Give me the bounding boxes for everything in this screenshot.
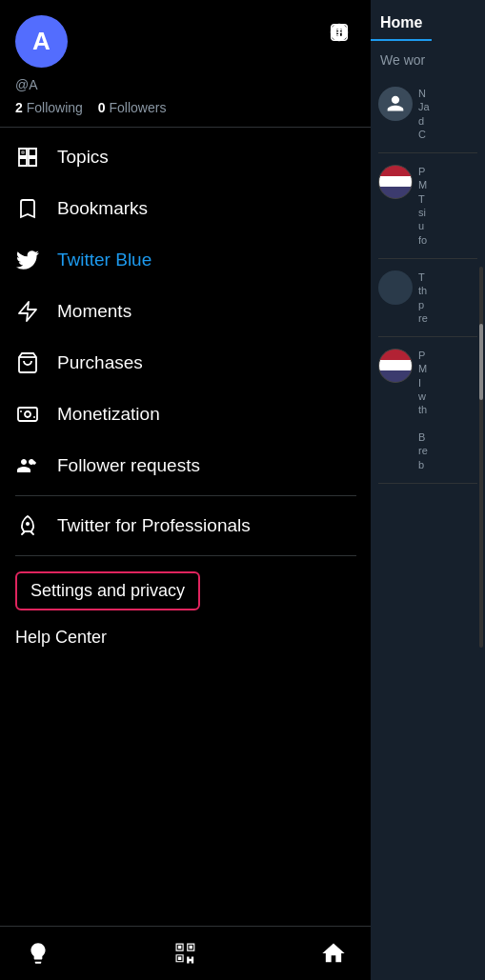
profile-section: A @A 2 Following 0 Followers: [0, 0, 372, 123]
right-panel-feed: NJadC PMTsiufo Tthpre PMIwthBreb: [371, 79, 485, 503]
svg-rect-3: [18, 408, 37, 421]
profile-card-icon-button[interactable]: [322, 15, 356, 50]
scrollbar-track: [479, 267, 483, 648]
following-stat[interactable]: 2 Following: [15, 100, 83, 115]
scrollbar-thumb[interactable]: [479, 324, 483, 400]
sidebar-item-moments[interactable]: Moments: [0, 286, 372, 337]
sidebar-item-twitter-blue[interactable]: Twitter Blue: [0, 234, 372, 286]
feed-avatar-4: [378, 349, 413, 383]
svg-point-7: [26, 522, 30, 526]
home-icon-button[interactable]: [318, 938, 349, 969]
left-panel: A @A 2 Following 0 Followers Topics: [0, 0, 372, 980]
person-add-icon: [15, 453, 40, 478]
help-center-link[interactable]: Help Center: [15, 620, 356, 655]
follow-stats: 2 Following 0 Followers: [15, 100, 356, 115]
avatar[interactable]: A: [15, 15, 68, 68]
sidebar-item-monetization[interactable]: Monetization: [0, 389, 372, 440]
bottom-section: Settings and privacy Help Center: [0, 560, 372, 682]
right-panel: Home We wor NJadC PMTsiufo Tthpre PMIwth…: [371, 0, 485, 980]
svg-point-6: [33, 416, 35, 418]
right-panel-subtitle: We wor: [371, 41, 485, 79]
feed-item-1: NJadC: [378, 87, 477, 153]
user-handle: @A: [15, 77, 356, 92]
lightbulb-icon-button[interactable]: [23, 938, 53, 969]
moments-label: Moments: [57, 301, 131, 322]
twitter-bird-icon: [15, 248, 40, 272]
feed-text-3: Tthpre: [418, 270, 428, 325]
feed-text-2: PMTsiufo: [418, 165, 427, 247]
sidebar-item-twitter-professionals[interactable]: Twitter for Professionals: [0, 500, 372, 551]
feed-item-4: PMIwthBreb: [378, 349, 477, 484]
feed-avatar-1: [378, 87, 413, 121]
divider: [0, 127, 372, 128]
rocket-icon: [15, 513, 40, 538]
topics-icon: [15, 145, 40, 170]
cart-icon: [15, 350, 40, 375]
feed-text-1: NJadC: [418, 87, 430, 141]
section-divider-2: [15, 555, 356, 556]
twitter-blue-label: Twitter Blue: [57, 250, 152, 270]
bookmarks-label: Bookmarks: [57, 198, 148, 219]
follower-requests-label: Follower requests: [57, 455, 200, 476]
monetization-label: Monetization: [57, 404, 160, 425]
sidebar-item-purchases[interactable]: Purchases: [0, 337, 372, 389]
lightning-icon: [15, 299, 40, 324]
twitter-professionals-label: Twitter for Professionals: [57, 515, 251, 536]
menu-list: Topics Bookmarks Twitter Blue: [0, 131, 372, 926]
feed-avatar-3: [378, 270, 413, 305]
sidebar-item-topics[interactable]: Topics: [0, 131, 372, 183]
topics-label: Topics: [57, 147, 109, 168]
purchases-label: Purchases: [57, 352, 143, 373]
feed-avatar-2: [378, 165, 413, 199]
qr-code-icon-button[interactable]: [171, 938, 201, 969]
followers-stat[interactable]: 0 Followers: [98, 100, 167, 115]
svg-point-1: [21, 150, 25, 154]
sidebar-item-follower-requests[interactable]: Follower requests: [0, 440, 372, 491]
sidebar-item-bookmarks[interactable]: Bookmarks: [0, 183, 372, 234]
feed-item-3: Tthpre: [378, 270, 477, 337]
settings-and-privacy-button[interactable]: Settings and privacy: [15, 571, 200, 610]
money-icon: [15, 402, 40, 427]
svg-point-5: [20, 410, 22, 412]
bottom-bar: [0, 926, 372, 980]
feed-item-2: PMTsiufo: [378, 165, 477, 259]
svg-point-4: [25, 411, 30, 417]
home-tab[interactable]: Home: [371, 0, 485, 41]
feed-text-4: PMIwthBreb: [418, 349, 428, 471]
bookmark-icon: [15, 196, 40, 221]
section-divider: [15, 495, 356, 496]
